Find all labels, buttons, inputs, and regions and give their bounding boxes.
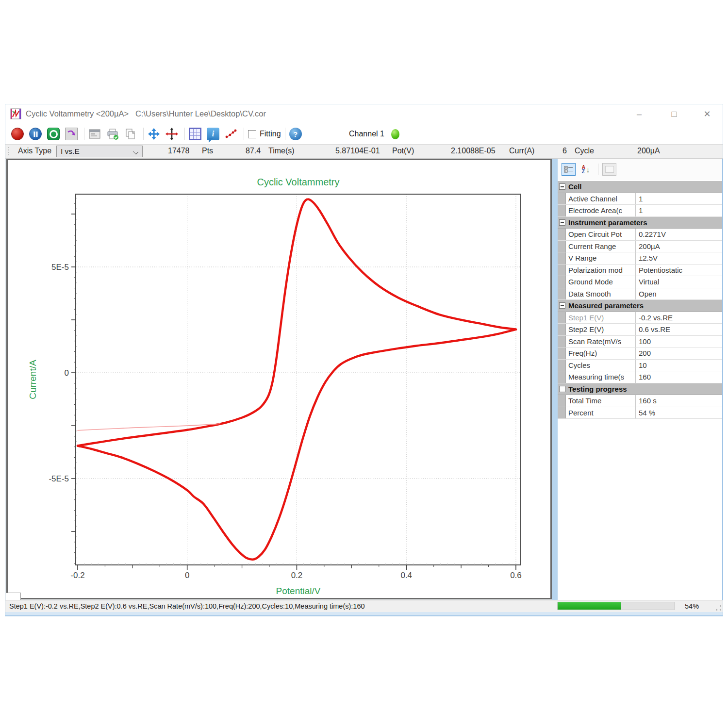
- axis-type-value: I vs.E: [61, 147, 80, 156]
- readout-label: Pts: [202, 147, 213, 155]
- property-value[interactable]: Virtual: [636, 276, 722, 288]
- row-gutter: [558, 324, 566, 335]
- categorized-icon[interactable]: [562, 163, 576, 176]
- property-row[interactable]: Step2 E(V)0.6 vs.RE: [558, 324, 722, 336]
- property-value[interactable]: ±2.5V: [636, 252, 722, 264]
- property-row[interactable]: Step1 E(V)-0.2 vs.RE: [558, 312, 722, 324]
- property-pages-icon: [602, 163, 616, 176]
- title-bar: Cyclic Voltammetry <200µA> C:\Users\Hunt…: [5, 104, 723, 124]
- property-value[interactable]: Potentiostatic: [636, 265, 722, 276]
- print-icon[interactable]: [106, 128, 119, 140]
- property-value[interactable]: 54 %: [636, 407, 722, 419]
- fitting-checkbox[interactable]: [248, 130, 256, 138]
- readout-value: 2.10088E-05: [451, 147, 496, 155]
- progress-fill: [558, 602, 621, 610]
- fit-points-icon[interactable]: [225, 128, 237, 140]
- pan-icon[interactable]: [148, 128, 160, 140]
- progress-percent-label: 54%: [685, 602, 699, 610]
- property-row[interactable]: Open Circuit Pot0.2271V: [558, 229, 722, 241]
- progress-bar: [557, 602, 675, 610]
- property-row[interactable]: Current Range200µA: [558, 241, 722, 253]
- sort-alphabetical-icon[interactable]: AZ ↓: [579, 163, 593, 176]
- row-gutter: [558, 265, 566, 276]
- property-category-header[interactable]: Cell: [558, 181, 722, 193]
- property-value[interactable]: 0.6 vs.RE: [636, 324, 722, 335]
- stop-icon[interactable]: [11, 128, 24, 140]
- maximize-button[interactable]: □: [663, 107, 685, 121]
- property-value[interactable]: 0.2271V: [636, 229, 722, 240]
- crosshair-icon[interactable]: [165, 128, 178, 140]
- svg-text:0: 0: [185, 571, 189, 580]
- property-value[interactable]: 100: [636, 336, 722, 347]
- property-value[interactable]: 160 s: [636, 395, 722, 407]
- app-icon: [10, 108, 21, 119]
- chevron-down-icon: [133, 149, 138, 154]
- property-category-header[interactable]: Instrument parameters: [558, 217, 722, 229]
- copy-icon[interactable]: [124, 128, 137, 140]
- property-value[interactable]: 10: [636, 360, 722, 371]
- property-category-header[interactable]: Testing progress: [558, 383, 722, 396]
- readout-label: Pot(V): [392, 147, 414, 155]
- property-label: Percent: [566, 407, 636, 419]
- property-row[interactable]: Ground ModeVirtual: [558, 276, 722, 288]
- property-category-header[interactable]: Measured parameters: [558, 300, 722, 312]
- panel-splitter[interactable]: [552, 159, 558, 600]
- property-label: Open Circuit Pot: [566, 229, 636, 240]
- readout-value: 6: [563, 147, 567, 155]
- property-label: Polarization mod: [566, 265, 636, 276]
- close-button[interactable]: ✕: [696, 107, 718, 121]
- property-row[interactable]: Total Time160 s: [558, 395, 722, 407]
- edit-params-icon[interactable]: [65, 128, 78, 140]
- property-row[interactable]: Cycles10: [558, 360, 722, 372]
- property-label: Total Time: [566, 395, 636, 407]
- collapse-icon[interactable]: [559, 302, 565, 309]
- property-row[interactable]: Percent54 %: [558, 407, 722, 419]
- cv-chart: -0.200.20.40.65E-50-5E-5Cyclic Voltammet…: [8, 160, 550, 598]
- row-gutter: [558, 193, 566, 205]
- property-value[interactable]: -0.2 vs.RE: [636, 312, 722, 324]
- row-gutter: [558, 395, 566, 407]
- annotation-icon[interactable]: i: [207, 128, 219, 140]
- property-value[interactable]: Open: [636, 288, 722, 300]
- property-value[interactable]: 200µA: [636, 241, 722, 252]
- property-value[interactable]: 200: [636, 347, 722, 359]
- category-label: Instrument parameters: [568, 218, 647, 227]
- run-loop-icon[interactable]: [47, 128, 60, 140]
- category-label: Cell: [568, 182, 582, 191]
- property-value[interactable]: 1: [636, 193, 722, 205]
- svg-text:-5E-5: -5E-5: [49, 474, 69, 483]
- property-row[interactable]: Active Channel1: [558, 193, 722, 205]
- main-toolbar: i Fitting ? Channel 1: [5, 124, 723, 144]
- readout-label: Curr(A): [509, 147, 534, 155]
- minimize-button[interactable]: –: [629, 107, 650, 121]
- property-value[interactable]: 160: [636, 371, 722, 383]
- toolbar-separator: [244, 128, 244, 140]
- grid-icon[interactable]: [189, 128, 201, 140]
- collapse-icon[interactable]: [559, 219, 565, 226]
- property-row[interactable]: Data SmoothOpen: [558, 288, 722, 300]
- axis-readout-bar: Axis Type I vs.E 17478Pts87.4Time(s)5.87…: [5, 144, 723, 159]
- property-label: Data Smooth: [566, 288, 636, 300]
- property-row[interactable]: Scan Rate(mV/s100: [558, 336, 722, 348]
- property-row[interactable]: Polarization modPotentiostatic: [558, 265, 722, 277]
- property-row[interactable]: V Range±2.5V: [558, 252, 722, 265]
- help-icon[interactable]: ?: [289, 128, 302, 140]
- cell-setup-icon[interactable]: [88, 128, 101, 140]
- collapse-icon[interactable]: [559, 183, 565, 190]
- collapse-icon[interactable]: [559, 386, 565, 392]
- property-row[interactable]: Electrode Area(c1: [558, 205, 722, 217]
- channel-status-led: [391, 129, 399, 139]
- property-row[interactable]: Measuring time(s160: [558, 371, 722, 383]
- property-value[interactable]: 1: [636, 205, 722, 216]
- svg-text:-0.2: -0.2: [70, 571, 84, 580]
- pause-icon[interactable]: [29, 128, 42, 140]
- property-row[interactable]: Freq(Hz)200: [558, 347, 722, 360]
- property-label: Cycles: [566, 360, 636, 371]
- row-gutter: [558, 276, 566, 288]
- axis-type-dropdown[interactable]: I vs.E: [56, 146, 143, 157]
- readout-value: 17478: [168, 147, 190, 155]
- app-window: Cyclic Voltammetry <200µA> C:\Users\Hunt…: [5, 104, 723, 616]
- property-label: V Range: [566, 252, 636, 264]
- toolbar-gripper[interactable]: [8, 147, 9, 156]
- resize-grip-icon[interactable]: [715, 605, 722, 611]
